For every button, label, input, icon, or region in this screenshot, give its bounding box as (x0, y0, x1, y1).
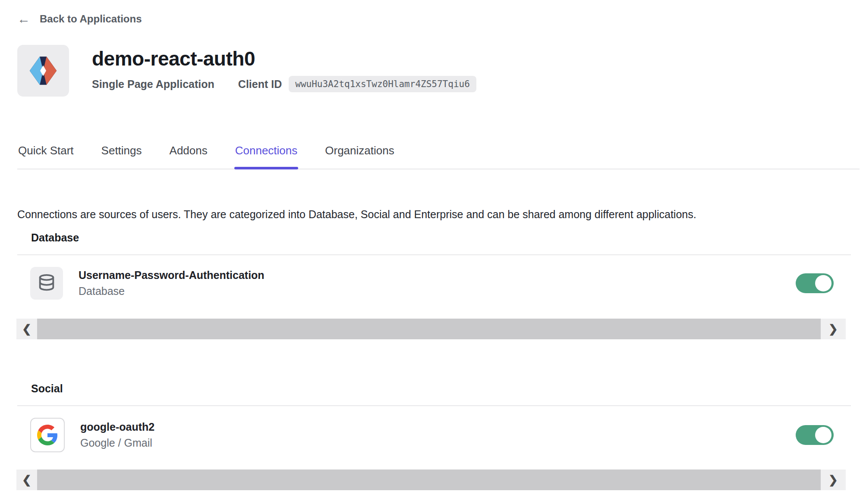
chevron-left-icon: ❮ (22, 473, 31, 487)
connection-row-google-oauth2[interactable]: google-oauth2 Google / Gmail (30, 418, 834, 452)
google-icon (37, 425, 58, 445)
app-meta-row: Single Page Application Client ID wwuHu3… (92, 76, 476, 92)
app-title: demo-react-auth0 (92, 47, 476, 71)
scrollbar-thumb[interactable] (37, 319, 821, 339)
scroll-right-button[interactable]: ❯ (821, 470, 846, 490)
client-id-label: Client ID (238, 78, 282, 91)
back-link-label: Back to Applications (40, 13, 142, 25)
tab-addons[interactable]: Addons (169, 144, 208, 169)
app-header: demo-react-auth0 Single Page Application… (17, 45, 863, 97)
tab-organizations[interactable]: Organizations (324, 144, 395, 169)
database-icon (37, 273, 57, 293)
horizontal-scrollbar: ❮ ❯ (16, 319, 846, 339)
chevron-left-icon: ❮ (22, 322, 31, 336)
chevron-right-icon: ❯ (828, 473, 838, 487)
app-logo (17, 45, 69, 97)
chevron-right-icon: ❯ (828, 322, 838, 336)
section-divider (17, 254, 851, 255)
connection-text: google-oauth2 Google / Gmail (80, 421, 154, 449)
connections-description: Connections are sources of users. They a… (17, 207, 846, 221)
toggle-knob (815, 427, 832, 443)
scrollbar-thumb[interactable] (37, 470, 821, 490)
connection-icon-box (30, 267, 63, 300)
tab-settings[interactable]: Settings (101, 144, 143, 169)
application-connections-page: ← Back to Applications demo-react-auth0 … (0, 0, 863, 504)
connection-toggle[interactable] (796, 273, 834, 293)
toggle-knob (815, 275, 832, 291)
tab-connections[interactable]: Connections (234, 144, 299, 169)
section-title-social: Social (31, 382, 863, 395)
connection-text: Username-Password-Authentication Databas… (79, 269, 265, 297)
section-divider (17, 405, 851, 406)
connection-row-username-password[interactable]: Username-Password-Authentication Databas… (30, 267, 834, 300)
section-title-database: Database (31, 232, 863, 244)
connection-name: google-oauth2 (80, 421, 154, 433)
app-info: demo-react-auth0 Single Page Application… (92, 45, 476, 97)
connection-toggle[interactable] (796, 425, 834, 445)
scroll-right-button[interactable]: ❯ (821, 319, 846, 339)
app-type-label: Single Page Application (92, 78, 214, 91)
tab-quick-start[interactable]: Quick Start (17, 144, 75, 169)
scroll-left-button[interactable]: ❮ (16, 319, 37, 339)
horizontal-scrollbar: ❮ ❯ (16, 470, 846, 490)
connection-type: Google / Gmail (80, 437, 154, 449)
back-arrow-icon: ← (17, 13, 30, 25)
tab-bar: Quick Start Settings Addons Connections … (17, 144, 860, 169)
client-id-badge[interactable]: wwuHu3A2tq1xsTwz0Hlamr4ZS57Tqiu6 (289, 76, 476, 92)
back-link[interactable]: ← Back to Applications (0, 0, 863, 25)
connection-name: Username-Password-Authentication (79, 269, 265, 282)
connection-type: Database (79, 285, 265, 297)
connection-icon-box (30, 418, 65, 452)
app-logo-icon (26, 54, 60, 88)
scroll-left-button[interactable]: ❮ (16, 470, 37, 490)
